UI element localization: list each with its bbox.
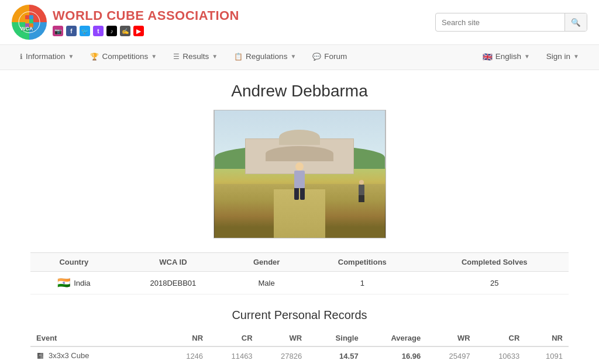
- single-cell-0: 14.57: [308, 346, 364, 364]
- language-caret: ▼: [524, 53, 530, 60]
- records-col-single: Single: [308, 330, 364, 346]
- nav-forum-label: Forum: [324, 52, 347, 61]
- profile-name: Andrew Debbarma: [30, 82, 569, 100]
- script-icon[interactable]: ✍: [120, 26, 130, 36]
- table-row: 🇮🇳 India 2018DEBB01 Male 1 25: [30, 272, 569, 294]
- nr1-cell-0: 1246: [166, 346, 209, 364]
- search-button[interactable]: 🔍: [564, 13, 587, 31]
- information-caret: ▼: [68, 53, 74, 60]
- nav-results-label: Results: [183, 52, 209, 61]
- records-table: Event NR CR WR Single Average WR CR NR 3…: [30, 330, 569, 364]
- regulations-icon: 📋: [234, 53, 243, 61]
- profile-photo: [214, 110, 386, 238]
- records-col-cr2: CR: [476, 330, 526, 346]
- forum-icon: 💬: [312, 53, 321, 61]
- header: WCA World Cube Association 📷 f 🐦 t ♪ ✍ ▶…: [0, 0, 599, 44]
- results-caret: ▼: [212, 53, 218, 60]
- records-col-average: Average: [364, 330, 427, 346]
- svg-rect-3: [25, 19, 29, 23]
- nav-forum[interactable]: 💬 Forum: [304, 45, 355, 70]
- col-competitions: Competitions: [304, 253, 420, 272]
- nr2-cell-0: 1091: [525, 346, 569, 364]
- col-country: Country: [30, 253, 118, 272]
- svg-rect-12: [40, 356, 43, 359]
- nav-competitions[interactable]: 🏆 Competitions ▼: [82, 45, 165, 70]
- main-content: Andrew Debbarma: [19, 70, 580, 364]
- records-col-wr2: WR: [426, 330, 476, 346]
- info-table: Country WCA ID Gender Competitions Compl…: [30, 252, 569, 294]
- instagram-icon[interactable]: 📷: [53, 26, 63, 36]
- site-title[interactable]: World Cube Association: [53, 8, 239, 23]
- col-wca-id: WCA ID: [118, 253, 229, 272]
- nav-signin[interactable]: Sign in ▼: [538, 45, 587, 70]
- language-label: English: [495, 52, 521, 61]
- regulations-caret: ▼: [290, 53, 296, 60]
- cr2-cell-0: 10633: [476, 346, 526, 364]
- signin-label: Sign in: [546, 52, 570, 61]
- information-icon: ℹ: [20, 53, 23, 61]
- logo-area: WCA World Cube Association 📷 f 🐦 t ♪ ✍ ▶: [12, 5, 435, 40]
- profile-country-cell: 🇮🇳 India: [30, 272, 118, 294]
- nav-regulations-label: Regulations: [246, 52, 287, 61]
- svg-text:WCA: WCA: [20, 26, 33, 32]
- nav-information[interactable]: ℹ Information ▼: [12, 45, 82, 70]
- profile-competitions: 1: [304, 272, 420, 294]
- cr1-cell-0: 11463: [209, 346, 259, 364]
- records-col-wr1: WR: [259, 330, 308, 346]
- twitch-icon[interactable]: t: [93, 26, 104, 36]
- search-area: 🔍: [435, 13, 587, 32]
- profile-completed-solves: 25: [421, 272, 569, 294]
- wr2-cell-0: 25497: [426, 346, 476, 364]
- language-flag: 🇬🇧: [483, 52, 493, 61]
- nav-right: 🇬🇧 English ▼ Sign in ▼: [474, 45, 587, 70]
- profile-gender: Male: [229, 272, 304, 294]
- social-links: 📷 f 🐦 t ♪ ✍ ▶: [53, 26, 239, 36]
- svg-rect-4: [29, 19, 33, 23]
- event-name-cell-0[interactable]: 3x3x3 Cube: [30, 346, 166, 364]
- competitions-caret: ▼: [151, 53, 157, 60]
- profile-wca-id[interactable]: 2018DEBB01: [118, 272, 229, 294]
- records-col-event: Event: [30, 330, 166, 346]
- svg-rect-11: [37, 356, 40, 359]
- nav-regulations[interactable]: 📋 Regulations ▼: [226, 45, 304, 70]
- youtube-icon[interactable]: ▶: [133, 26, 144, 36]
- nav-language[interactable]: 🇬🇧 English ▼: [474, 45, 538, 70]
- nav-competitions-label: Competitions: [102, 52, 148, 61]
- svg-rect-2: [29, 15, 33, 19]
- profile-photo-container: [30, 110, 569, 238]
- nav-results[interactable]: ☰ Results ▼: [165, 45, 226, 70]
- records-col-cr1: CR: [209, 330, 259, 346]
- nav-information-label: Information: [26, 52, 66, 61]
- table-row: 3x3x3 Cube 1246 11463 27826 14.57 16.96 …: [30, 346, 569, 364]
- tiktok-icon[interactable]: ♪: [106, 26, 117, 36]
- results-icon: ☰: [173, 53, 180, 61]
- country-flag: 🇮🇳: [57, 276, 70, 289]
- col-completed-solves: Completed Solves: [421, 253, 569, 272]
- logo-icon[interactable]: WCA: [12, 5, 47, 40]
- average-cell-0: 16.96: [364, 346, 427, 364]
- signin-caret: ▼: [573, 53, 579, 60]
- facebook-icon[interactable]: f: [66, 26, 77, 36]
- country-name: India: [74, 279, 90, 287]
- records-section-title: Current Personal Records: [30, 308, 569, 322]
- col-gender: Gender: [229, 253, 304, 272]
- svg-rect-1: [25, 15, 29, 19]
- competitions-icon: 🏆: [90, 53, 99, 61]
- flag-cell: 🇮🇳 India: [37, 276, 111, 289]
- twitter-icon[interactable]: 🐦: [80, 26, 90, 36]
- navbar: ℹ Information ▼ 🏆 Competitions ▼ ☰ Resul…: [0, 44, 599, 70]
- records-col-nr1: NR: [166, 330, 209, 346]
- logo-text: World Cube Association 📷 f 🐦 t ♪ ✍ ▶: [53, 8, 239, 36]
- wr1-cell-0: 27826: [259, 346, 308, 364]
- search-input[interactable]: [436, 18, 564, 27]
- records-col-nr2: NR: [525, 330, 569, 346]
